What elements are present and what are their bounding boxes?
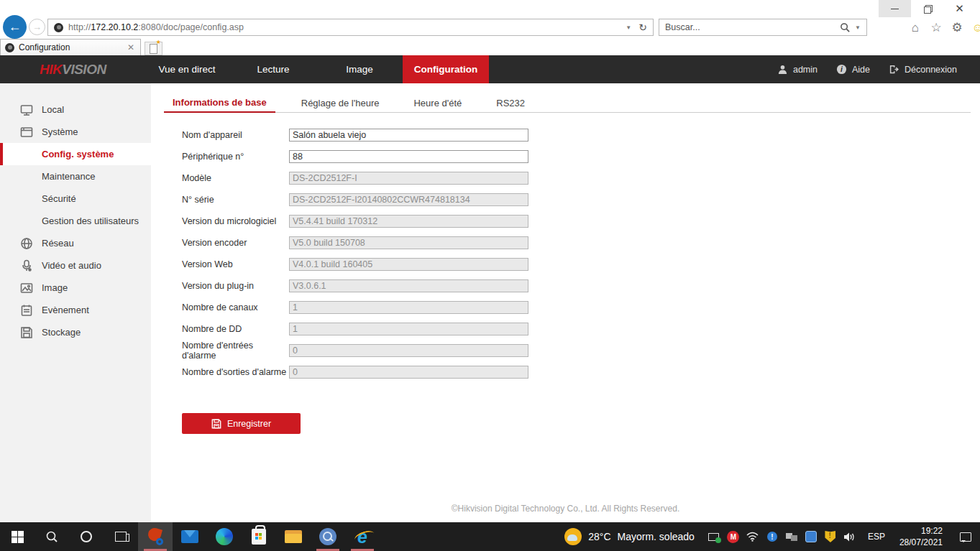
user-menu[interactable]: admin [777,64,818,75]
internet-explorer-icon: e [357,528,367,546]
taskbar-app-store[interactable] [242,522,276,551]
model-field [289,172,528,185]
favorites-star-icon[interactable]: ☆ [928,20,944,35]
cast-device-icon[interactable] [707,530,720,543]
search-box[interactable]: ▼ [659,19,867,36]
logout-button[interactable]: Déconnexion [889,64,957,75]
sadp-icon [147,528,164,545]
clock-date: 28/07/2021 [899,537,943,548]
back-button[interactable]: ← [3,15,27,39]
nav-playback[interactable]: Lecture [230,55,316,83]
device-number-input[interactable] [289,150,528,163]
search-input[interactable] [659,22,840,32]
volume-icon[interactable] [843,530,856,543]
settings-gear-icon[interactable]: ⚙ [949,20,965,35]
sidebar-item-systeme[interactable]: Système [0,121,151,143]
forward-button[interactable]: → [29,19,45,35]
defender-shield-icon[interactable] [824,530,837,543]
form-row: Version du micrologiciel [182,210,971,232]
taskbar-search-button[interactable] [35,522,69,551]
url-dropdown-icon[interactable]: ▼ [626,24,631,31]
action-center-icon [960,532,971,542]
language-indicator[interactable]: ESP [862,522,891,551]
action-center-button[interactable] [951,522,980,551]
app-header: HIKVISION Vue en direct Lecture Image Co… [0,55,980,83]
minimize-button[interactable] [879,0,911,17]
wifi-icon[interactable] [746,530,759,543]
ivms-app-icon[interactable] [805,530,818,543]
mega-icon[interactable]: M [727,530,740,543]
sidebar-item-evenement[interactable]: Evènement [0,299,151,321]
field-label: Version du micrologiciel [182,216,289,226]
tab-heure-ete[interactable]: Heure d'été [405,93,470,112]
content-tabs: Informations de base Réglage de l'heure … [164,93,971,113]
browser-tabrow: Configuration ✕ [0,38,980,55]
taskbar-app-edge[interactable] [207,522,242,551]
cortana-button[interactable] [69,522,104,551]
weather-desc: Mayorm. soleado [618,531,695,542]
help-label: Aide [852,65,870,75]
tab-rs232[interactable]: RS232 [487,93,533,112]
sidebar-item-gestion-utilisateurs[interactable]: Gestion des utilisateurs [0,210,151,232]
file-explorer-icon [285,530,302,543]
field-label: Périphérique n° [182,152,289,162]
save-button[interactable]: Enregistrer [182,413,301,434]
browser-tab-configuration[interactable]: Configuration ✕ [0,39,141,55]
taskbar-app-magnifier-tool[interactable] [311,522,345,551]
cortana-icon [81,531,92,542]
search-dropdown-icon[interactable]: ▼ [855,24,861,31]
device-name-input[interactable] [289,129,528,142]
refresh-icon[interactable]: ↻ [638,22,647,33]
sidebar-item-stockage[interactable]: Stockage [0,321,151,343]
magnifier-app-icon [319,528,336,545]
form-row: Nom d'appareil [182,124,971,146]
username: admin [793,65,818,75]
restore-button[interactable] [911,0,943,17]
tab-close-icon[interactable]: ✕ [122,42,140,52]
screen: ✕ ← → http://172.20.10.2:8080/doc/page/c… [0,0,980,551]
taskbar: e 28°CMayorm. soleado M ! ESP 19:22 28/0… [0,522,980,551]
task-view-button[interactable] [104,522,138,551]
field-label: Version du plug-in [182,281,289,291]
field-label: N° série [182,195,289,205]
taskbar-app-internet-explorer[interactable]: e [345,522,380,551]
tab-reglage-heure[interactable]: Réglage de l'heure [293,93,388,112]
nav-configuration[interactable]: Configuration [403,55,489,83]
address-bar[interactable]: http://172.20.10.2:8080/doc/page/config.… [47,19,654,36]
browser-chrome: ✕ ← → http://172.20.10.2:8080/doc/page/c… [0,0,980,55]
sidebar-item-reseau[interactable]: Réseau [0,232,151,254]
copyright-text: ©Hikvision Digital Technology Co., Ltd. … [151,504,980,514]
feedback-smiley-icon[interactable]: ☺ [970,22,980,34]
taskbar-weather[interactable]: 28°CMayorm. soleado [557,522,702,551]
nav-image[interactable]: Image [316,55,403,83]
sidebar-item-image[interactable]: Image [0,277,151,299]
display-settings-icon[interactable] [785,530,798,543]
form-row: Nombre de canaux [182,297,971,318]
taskbar-app-sadp[interactable] [138,522,173,551]
sidebar-item-maintenance[interactable]: Maintenance [0,165,151,187]
sidebar-item-config-systeme[interactable]: Config. système [0,143,151,165]
nav-live-view[interactable]: Vue en direct [144,55,230,83]
form-row: Nombre d'sorties d'alarme [182,361,971,383]
home-icon[interactable]: ⌂ [907,21,923,35]
sidebar-item-securite[interactable]: Sécurité [0,187,151,210]
taskbar-app-file-explorer[interactable] [276,522,311,551]
firmware-version-field [289,215,528,228]
browser-navbar: ← → http://172.20.10.2:8080/doc/page/con… [0,17,980,38]
url-text[interactable]: http://172.20.10.2:8080/doc/page/config.… [68,22,620,32]
help-button[interactable]: i Aide [836,64,870,75]
search-icon[interactable] [840,22,851,33]
field-label: Version Web [182,259,289,269]
taskbar-app-mail[interactable] [173,522,207,551]
close-button[interactable]: ✕ [943,0,976,17]
start-button[interactable] [0,522,35,551]
notification-bulb-icon[interactable]: ! [766,530,779,543]
taskbar-clock[interactable]: 19:22 28/07/2021 [891,522,951,551]
basic-info-form: Nom d'appareil Périphérique n° Modèle N°… [182,124,971,383]
sidebar-item-video-audio[interactable]: Vidéo et audio [0,254,151,277]
tab-informations-de-base[interactable]: Informations de base [164,93,275,113]
weather-sun-cloud-icon [564,528,582,545]
sidebar: Local Système Config. système Maintenanc… [0,83,151,522]
sidebar-item-local[interactable]: Local [0,98,151,121]
new-tab-button[interactable] [145,42,162,55]
